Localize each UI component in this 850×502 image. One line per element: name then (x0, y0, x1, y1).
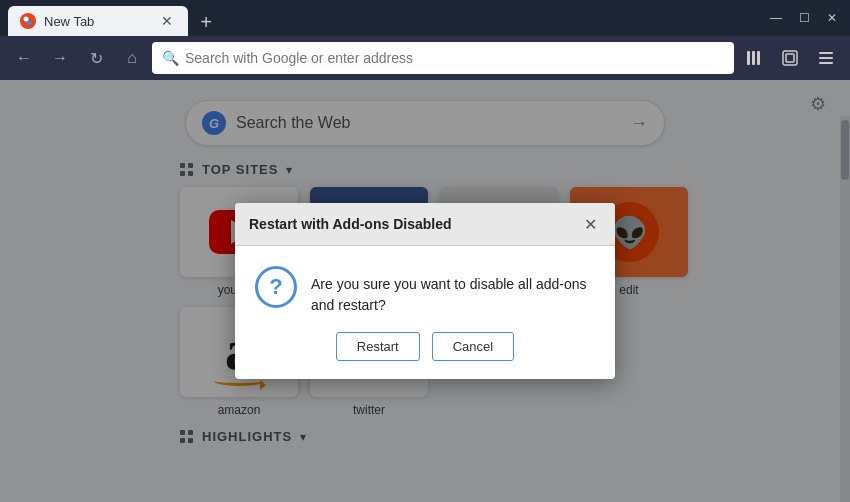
bookmarks-icon[interactable] (738, 42, 770, 74)
restart-addons-dialog: Restart with Add-ons Disabled ✕ ? Are yo… (235, 203, 615, 379)
svg-rect-7 (786, 54, 794, 62)
address-input[interactable] (185, 50, 724, 66)
refresh-button[interactable]: ↻ (80, 42, 112, 74)
question-mark: ? (269, 274, 282, 300)
forward-button[interactable]: → (44, 42, 76, 74)
svg-point-1 (24, 17, 29, 22)
svg-rect-9 (819, 57, 833, 59)
svg-point-2 (26, 21, 32, 25)
window-controls: — ☐ ✕ (770, 11, 842, 25)
svg-rect-3 (747, 51, 750, 65)
tab-view-icon[interactable] (774, 42, 806, 74)
restart-button[interactable]: Restart (336, 332, 420, 361)
minimize-button[interactable]: — (770, 11, 782, 25)
modal-header: Restart with Add-ons Disabled ✕ (235, 203, 615, 246)
svg-rect-6 (783, 51, 797, 65)
svg-point-0 (21, 14, 35, 28)
tab-title: New Tab (44, 14, 150, 29)
address-bar[interactable]: 🔍 (152, 42, 734, 74)
maximize-button[interactable]: ☐ (798, 11, 810, 25)
svg-rect-8 (819, 52, 833, 54)
search-icon: 🔍 (162, 50, 179, 66)
title-bar: New Tab ✕ + — ☐ ✕ (0, 0, 850, 36)
tab-area: New Tab ✕ + (8, 0, 770, 36)
nav-right-controls (738, 42, 842, 74)
back-button[interactable]: ← (8, 42, 40, 74)
svg-rect-4 (752, 51, 755, 65)
active-tab[interactable]: New Tab ✕ (8, 6, 188, 36)
modal-body: ? Are you sure you want to disable all a… (235, 246, 615, 332)
modal-buttons: Restart Cancel (235, 332, 615, 379)
tab-close-button[interactable]: ✕ (158, 12, 176, 30)
navigation-bar: ← → ↻ ⌂ 🔍 (0, 36, 850, 80)
modal-title: Restart with Add-ons Disabled (249, 216, 452, 232)
svg-rect-10 (819, 62, 833, 64)
svg-rect-5 (757, 51, 760, 65)
home-button[interactable]: ⌂ (116, 42, 148, 74)
modal-overlay: Restart with Add-ons Disabled ✕ ? Are yo… (0, 80, 850, 502)
modal-message: Are you sure you want to disable all add… (311, 266, 595, 316)
modal-close-button[interactable]: ✕ (579, 213, 601, 235)
question-icon: ? (255, 266, 297, 308)
page-content: ⚙ G Search the Web → TOP SITES ▾ (0, 80, 850, 502)
tab-favicon (20, 13, 36, 29)
cancel-button[interactable]: Cancel (432, 332, 514, 361)
menu-icon[interactable] (810, 42, 842, 74)
close-button[interactable]: ✕ (826, 11, 838, 25)
new-tab-button[interactable]: + (192, 8, 220, 36)
